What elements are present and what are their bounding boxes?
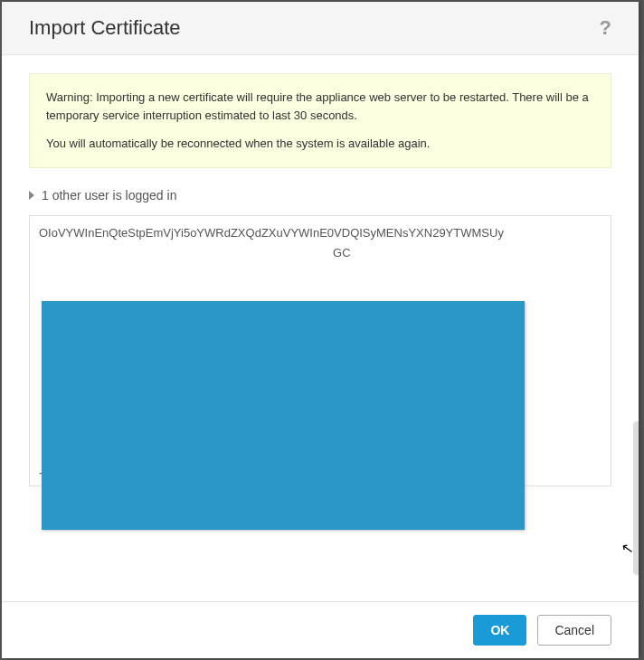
- dialog-footer: OK Cancel: [2, 601, 639, 658]
- other-users-label: 1 other user is logged in: [42, 188, 176, 203]
- import-certificate-dialog: Import Certificate ? Warning: Importing …: [2, 2, 639, 658]
- warning-message: Warning: Importing a new certificate wil…: [29, 73, 611, 168]
- warning-text-1: Warning: Importing a new certificate wil…: [46, 89, 594, 124]
- dialog-body: Warning: Importing a new certificate wil…: [2, 55, 639, 601]
- dialog-title: Import Certificate: [29, 16, 181, 40]
- ok-button[interactable]: OK: [473, 615, 526, 646]
- chevron-right-icon: [29, 191, 34, 200]
- warning-text-2: You will automatically be reconnected wh…: [46, 135, 594, 153]
- other-users-disclosure[interactable]: 1 other user is logged in: [29, 188, 611, 203]
- scrollbar[interactable]: [633, 421, 639, 575]
- cancel-button[interactable]: Cancel: [537, 615, 611, 646]
- dialog-header: Import Certificate ?: [2, 2, 639, 55]
- redaction-overlay: [42, 301, 525, 530]
- help-icon[interactable]: ?: [600, 16, 611, 40]
